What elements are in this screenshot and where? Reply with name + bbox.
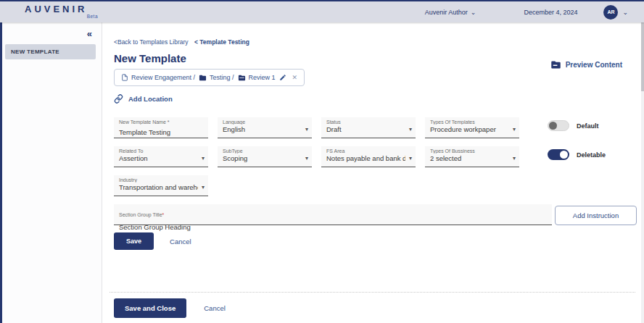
folder-icon [550, 59, 561, 70]
section-group-title-input[interactable] [119, 223, 546, 231]
chip-segment-label: Testing / [210, 74, 234, 81]
field-label: Language [223, 119, 302, 125]
field-value: Notes payable and bank debt [326, 154, 405, 162]
preview-content-button[interactable]: Preview Content [550, 59, 622, 70]
add-location-label: Add Location [128, 95, 173, 103]
chevron-down-icon: ▾ [202, 184, 205, 190]
types-of-business-select[interactable]: Types Of Bussiness 2 selected ▾ [425, 146, 519, 167]
breadcrumb-back-link[interactable]: <Back to Templates Library [114, 38, 189, 46]
role-label: Auvenir Author [425, 9, 468, 16]
add-location-button[interactable]: Add Location [114, 94, 173, 104]
save-button[interactable]: Save [114, 232, 154, 250]
field-value: 2 selected [430, 154, 509, 162]
subtype-select[interactable]: SubType Scoping ▾ [218, 146, 312, 167]
role-dropdown[interactable]: Auvenir Author ⌄ [425, 9, 476, 16]
field-label: SubType [223, 148, 302, 154]
toggle-knob [549, 122, 557, 130]
sidebar-collapse-icon[interactable]: « [87, 28, 92, 39]
template-name-input[interactable] [119, 128, 198, 136]
save-row: Save Cancel [114, 232, 191, 250]
logo-beta-label: Beta [25, 14, 102, 19]
field-label: Types Of Bussiness [430, 148, 509, 154]
field-value: Assertion [119, 154, 198, 162]
main-content: <Back to Templates Library < Template Te… [102, 22, 641, 323]
footer-cancel-link[interactable]: Cancel [204, 304, 226, 312]
current-date: December 4, 2024 [524, 9, 577, 16]
chevron-down-icon: ▾ [305, 155, 308, 162]
sidebar: « NEW TEMPLATE [0, 22, 102, 323]
deletable-toggle[interactable] [548, 149, 569, 160]
scrollbar[interactable] [641, 22, 644, 323]
breadcrumb-current: < Template Testing [194, 38, 249, 46]
language-select[interactable]: Language English ▾ [218, 117, 312, 138]
toggle-knob [560, 151, 568, 159]
field-label: Related To [119, 148, 198, 154]
add-instruction-button[interactable]: Add Instruction [555, 206, 637, 225]
form-row-2: Related To Assertion ▾ SubType Scoping ▾… [114, 146, 519, 167]
folder-icon [199, 74, 207, 82]
avatar-chevron-down-icon[interactable]: ⌄ [622, 10, 628, 14]
types-of-templates-select[interactable]: Types Of Templates Procedure workpaper ▾ [425, 117, 519, 138]
chip-segment-folder: Testing / [199, 74, 234, 82]
deletable-toggle-label: Deletable [577, 151, 606, 159]
field-value: Draft [326, 125, 405, 133]
footer-actions: Save and Close Cancel [114, 298, 226, 318]
page-title: New Template [114, 52, 186, 64]
close-icon[interactable]: ✕ [292, 74, 298, 81]
field-label: FS Area [326, 148, 405, 154]
sidebar-item-label: NEW TEMPLATE [11, 49, 59, 55]
form-row-3: Industry Transportation and warehousing … [114, 175, 208, 196]
required-asterisk: * [162, 212, 165, 217]
sidebar-item-new-template[interactable]: NEW TEMPLATE [5, 44, 96, 59]
deletable-toggle-row: Deletable [548, 149, 606, 160]
field-value: English [223, 125, 302, 133]
location-chip: Review Engagement / Testing / Review 1 ✕ [114, 69, 305, 86]
default-toggle[interactable] [548, 120, 569, 131]
cancel-link[interactable]: Cancel [170, 238, 191, 246]
section-group-row: Section Group Title* Add Instruction [114, 204, 637, 225]
field-label: New Template Name * [119, 119, 198, 125]
edit-pencil-icon[interactable] [279, 74, 286, 81]
chevron-down-icon: ▾ [513, 155, 516, 162]
preview-content-label: Preview Content [566, 61, 622, 69]
footer-divider [110, 292, 635, 293]
scrollbar-thumb[interactable] [641, 22, 644, 91]
section-group-title-field[interactable]: Section Group Title* [114, 204, 552, 225]
breadcrumb: <Back to Templates Library < Template Te… [114, 38, 249, 46]
chevron-down-icon: ▾ [513, 126, 516, 133]
field-label: Status [326, 119, 405, 125]
default-toggle-label: Default [577, 122, 599, 130]
chevron-down-icon: ▾ [305, 126, 308, 133]
template-name-field[interactable]: New Template Name * [114, 117, 208, 138]
field-value: Transportation and warehousing [119, 183, 198, 191]
chip-segment-review: Review 1 [238, 74, 276, 82]
chevron-down-icon: ▾ [409, 126, 412, 133]
folder-open-icon [238, 74, 246, 82]
industry-select[interactable]: Industry Transportation and warehousing … [114, 175, 208, 196]
default-toggle-row: Default [548, 120, 599, 131]
field-label: Industry [119, 177, 198, 183]
field-value: Scoping [223, 154, 302, 162]
status-select[interactable]: Status Draft ▾ [321, 117, 416, 138]
chevron-down-icon: ▾ [202, 155, 205, 162]
chip-segment-label: Review Engagement / [131, 74, 195, 81]
avatar[interactable]: AR [603, 5, 618, 20]
link-icon [114, 94, 123, 104]
chevron-down-icon: ▾ [409, 155, 412, 162]
app-header: AUVENIR Beta Auvenir Author ⌄ December 4… [0, 0, 644, 22]
field-label: Types Of Templates [430, 119, 509, 125]
field-label: Section Group Title [119, 212, 162, 217]
field-value: Procedure workpaper [430, 125, 509, 133]
form-row-1: New Template Name * Language English ▾ S… [114, 117, 519, 138]
chip-segment-engagement: Review Engagement / [121, 74, 195, 81]
save-and-close-button[interactable]: Save and Close [114, 298, 186, 318]
logo-text: AUVENIR [25, 5, 102, 14]
chip-segment-label: Review 1 [249, 74, 276, 81]
app-logo: AUVENIR Beta [0, 5, 102, 19]
document-icon [121, 74, 128, 81]
add-instruction-label: Add Instruction [573, 211, 619, 219]
related-to-select[interactable]: Related To Assertion ▾ [114, 146, 208, 167]
fs-area-select[interactable]: FS Area Notes payable and bank debt ▾ [321, 146, 416, 167]
chevron-down-icon: ⌄ [471, 10, 476, 14]
